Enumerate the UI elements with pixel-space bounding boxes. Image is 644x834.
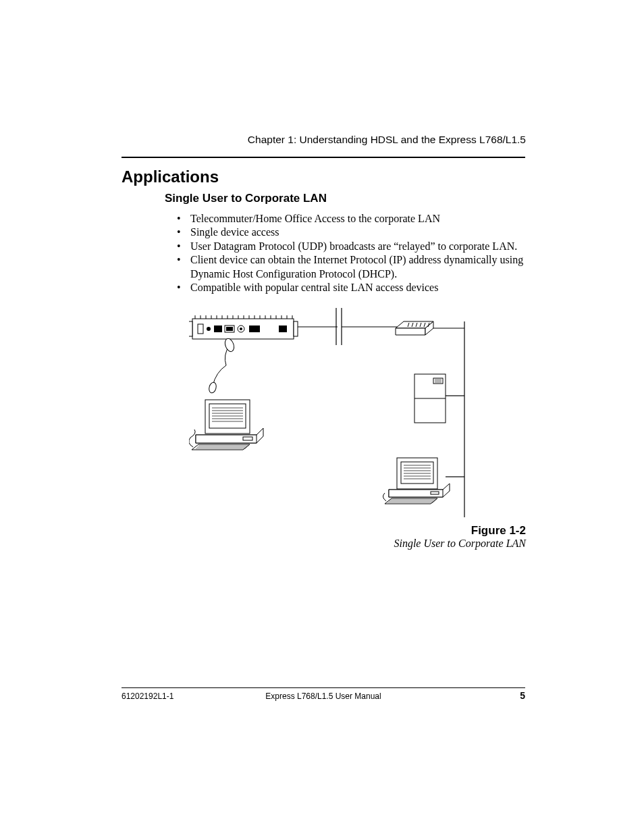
- svg-rect-28: [189, 321, 192, 336]
- figure-number: Figure 1-2: [394, 524, 526, 538]
- figure-title: Single User to Corporate LAN: [394, 538, 526, 550]
- client-pc-icon: [189, 400, 263, 450]
- heading-single-user: Single User to Corporate LAN: [165, 192, 327, 205]
- footer-doc-title: Express L768/L1.5 User Manual: [122, 692, 525, 701]
- header-rule: [122, 157, 525, 158]
- list-item: Client device can obtain the Internet Pr…: [177, 253, 525, 281]
- list-item: User Datagram Protocol (UDP) broadcasts …: [177, 240, 525, 253]
- mouse-icon: [208, 338, 236, 394]
- express-device-icon: [189, 315, 298, 339]
- heading-applications: Applications: [122, 167, 219, 186]
- figure-1-2-diagram: [189, 308, 486, 524]
- svg-point-40: [208, 382, 217, 394]
- bullet-list: Telecommuter/Home Office Access to the c…: [177, 212, 525, 295]
- running-head: Chapter 1: Understanding HDSL and the Ex…: [248, 134, 526, 146]
- figure-caption: Figure 1-2 Single User to Corporate LAN: [394, 524, 526, 550]
- svg-point-31: [207, 327, 211, 331]
- svg-rect-32: [214, 325, 222, 332]
- svg-rect-29: [294, 321, 298, 336]
- svg-rect-30: [198, 324, 203, 334]
- svg-point-39: [223, 338, 236, 353]
- lan-pc-icon: [383, 458, 450, 504]
- svg-rect-67: [431, 492, 439, 494]
- svg-rect-34: [226, 327, 233, 331]
- svg-rect-42: [243, 437, 252, 440]
- list-item: Compatible with popular central site LAN…: [177, 281, 525, 294]
- page: Chapter 1: Understanding HDSL and the Ex…: [0, 0, 644, 834]
- footer-rule: [122, 687, 525, 688]
- server-icon: [414, 374, 446, 423]
- list-item: Telecommuter/Home Office Access to the c…: [177, 212, 525, 226]
- svg-point-36: [240, 328, 242, 330]
- svg-rect-38: [279, 325, 287, 332]
- list-item: Single device access: [177, 226, 525, 239]
- modem-icon: [396, 321, 433, 335]
- svg-rect-37: [249, 325, 260, 332]
- footer-page-number: 5: [520, 690, 525, 701]
